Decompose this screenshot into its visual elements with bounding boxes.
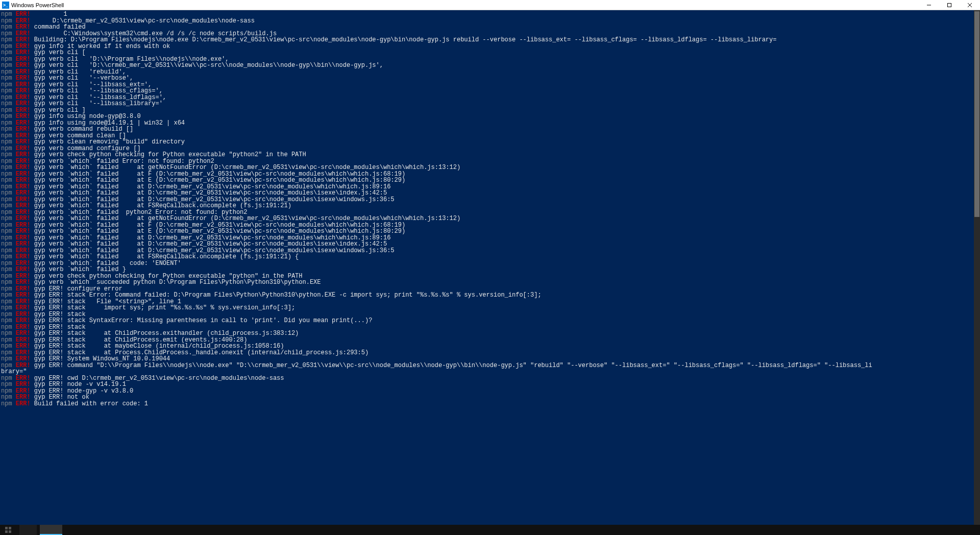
titlebar[interactable]: >_ Windows PowerShell bbox=[0, 0, 980, 10]
window-title: Windows PowerShell bbox=[11, 2, 64, 8]
taskbar-slot[interactable] bbox=[19, 525, 37, 535]
scrollbar-thumb[interactable] bbox=[974, 11, 979, 217]
line-body: gyp ERR! command "D:\\Program Files\\nod… bbox=[31, 362, 872, 369]
taskbar-active-app[interactable] bbox=[40, 525, 62, 535]
terminal-line: npm ERR! gyp verb cli 'D:\\crmeb_mer_v2_… bbox=[1, 62, 972, 69]
terminal-line: npm ERR! gyp ERR! node-gyp -v v3.8.0 bbox=[1, 388, 972, 395]
close-button[interactable] bbox=[960, 0, 980, 10]
terminal-line: npm ERR! gyp verb command rebuild [] bbox=[1, 126, 972, 133]
terminal-line: npm ERR! gyp info it worked if it ends w… bbox=[1, 43, 972, 50]
terminal-line: npm ERR! gyp verb cli 'rebuild', bbox=[1, 69, 972, 76]
terminal-line: npm ERR! Build failed with error code: 1 bbox=[1, 401, 972, 407]
terminal-line: npm ERR! D:\crmeb_mer_v2_0531\view\pc-sr… bbox=[1, 18, 972, 25]
svg-rect-7 bbox=[9, 530, 11, 533]
terminal-line: npm ERR! gyp info using node@14.19.1 | w… bbox=[1, 120, 972, 127]
maximize-button[interactable] bbox=[939, 0, 960, 10]
terminal-line: npm ERR! gyp verb cli '--libsass_library… bbox=[1, 101, 972, 107]
terminal-output: npm ERR! 1npm ERR! D:\crmeb_mer_v2_0531\… bbox=[0, 10, 974, 525]
terminal-line: npm ERR! gyp ERR! cwd D:\crmeb_mer_v2_05… bbox=[1, 375, 972, 382]
terminal-line: npm ERR! gyp ERR! stack SyntaxError: Mis… bbox=[1, 318, 972, 324]
terminal-line: npm ERR! gyp ERR! stack import sys; prin… bbox=[1, 305, 972, 311]
powershell-window: >_ Windows PowerShell npm ERR! 1npm ERR!… bbox=[0, 0, 980, 535]
minimize-button[interactable] bbox=[919, 0, 939, 10]
terminal-line: npm ERR! gyp verb cli ] bbox=[1, 107, 972, 114]
err-prefix: ERR! bbox=[16, 400, 31, 407]
terminal-line: npm ERR! gyp ERR! node -v v14.19.1 bbox=[1, 381, 972, 388]
minimize-icon bbox=[926, 3, 932, 8]
windows-logo-icon bbox=[5, 527, 11, 533]
terminal-line: npm ERR! gyp verb `which` succeeded pyth… bbox=[1, 279, 972, 286]
svg-rect-4 bbox=[5, 527, 8, 529]
vertical-scrollbar[interactable] bbox=[974, 10, 980, 525]
svg-rect-5 bbox=[9, 527, 11, 529]
terminal-line: npm ERR! gyp ERR! command "D:\\Program F… bbox=[1, 362, 972, 369]
powershell-icon: >_ bbox=[2, 2, 9, 9]
terminal-area[interactable]: npm ERR! 1npm ERR! D:\crmeb_mer_v2_0531\… bbox=[0, 10, 980, 525]
maximize-icon bbox=[947, 3, 952, 8]
npm-prefix: npm bbox=[1, 400, 12, 407]
terminal-line: npm ERR! gyp verb clean removing "build"… bbox=[1, 139, 972, 145]
taskbar[interactable] bbox=[0, 525, 980, 535]
svg-rect-1 bbox=[948, 3, 951, 7]
close-icon bbox=[967, 3, 972, 8]
start-button[interactable] bbox=[0, 525, 16, 535]
terminal-line: npm ERR! gyp verb `which` failed code: '… bbox=[1, 260, 972, 267]
svg-rect-6 bbox=[5, 530, 8, 533]
line-body: Build failed with error code: 1 bbox=[31, 400, 148, 407]
